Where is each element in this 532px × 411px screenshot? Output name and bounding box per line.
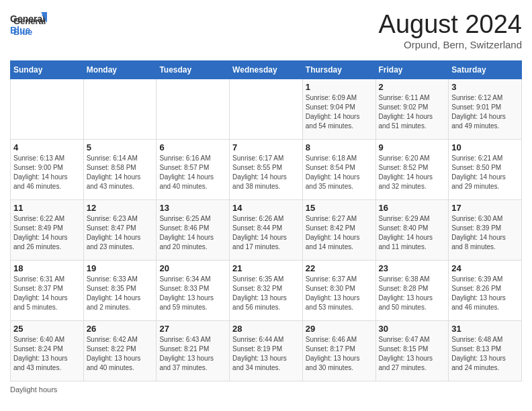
real-header: General Blue August 2024 Orpund, Bern, S… <box>10 10 522 50</box>
day-details: Sunrise: 6:35 AM Sunset: 8:32 PM Dayligh… <box>232 275 300 312</box>
col-header-saturday: Saturday <box>449 61 522 79</box>
day-details: Sunrise: 6:46 AM Sunset: 8:17 PM Dayligh… <box>306 335 373 373</box>
week-3: 18Sunrise: 6:31 AM Sunset: 8:37 PM Dayli… <box>11 261 522 321</box>
cell-w4d5: 30Sunrise: 6:47 AM Sunset: 8:15 PM Dayli… <box>375 321 449 381</box>
real-calendar-body: 1Sunrise: 6:09 AM Sunset: 9:04 PM Daylig… <box>11 79 522 381</box>
day-details: Sunrise: 6:29 AM Sunset: 8:40 PM Dayligh… <box>379 214 446 252</box>
day-num: 19 <box>87 263 154 273</box>
day-details: Sunrise: 6:16 AM Sunset: 8:57 PM Dayligh… <box>159 154 226 191</box>
real-calendar-table: SundayMondayTuesdayWednesdayThursdayFrid… <box>10 60 522 381</box>
cell-w4d6: 31Sunrise: 6:48 AM Sunset: 8:13 PM Dayli… <box>449 321 522 381</box>
day-num: 5 <box>87 142 154 152</box>
day-num: 9 <box>379 142 446 152</box>
day-details: Sunrise: 6:17 AM Sunset: 8:55 PM Dayligh… <box>232 154 300 191</box>
day-num: 7 <box>232 142 300 152</box>
cell-w1d0: 4Sunrise: 6:13 AM Sunset: 9:00 PM Daylig… <box>11 140 84 200</box>
day-details: Sunrise: 6:34 AM Sunset: 8:33 PM Dayligh… <box>159 275 226 312</box>
day-num: 27 <box>159 324 226 334</box>
day-num: 16 <box>379 203 446 213</box>
cell-w2d1: 12Sunrise: 6:23 AM Sunset: 8:47 PM Dayli… <box>83 200 157 261</box>
cell-w0d5: 2Sunrise: 6:11 AM Sunset: 9:02 PM Daylig… <box>375 79 449 140</box>
cell-w1d6: 10Sunrise: 6:21 AM Sunset: 8:50 PM Dayli… <box>449 140 522 200</box>
day-details: Sunrise: 6:26 AM Sunset: 8:44 PM Dayligh… <box>232 214 300 252</box>
cell-w4d0: 25Sunrise: 6:40 AM Sunset: 8:24 PM Dayli… <box>11 321 84 381</box>
svg-text:General: General <box>10 13 45 24</box>
table-wrapper: SundayMondayTuesdayWednesdayThursdayFrid… <box>10 60 522 394</box>
cell-w0d3 <box>230 79 303 140</box>
location-subtitle: Orpund, Bern, Switzerland <box>379 39 522 50</box>
cell-w3d4: 22Sunrise: 6:37 AM Sunset: 8:30 PM Dayli… <box>302 261 375 321</box>
col-header-thursday: Thursday <box>302 61 375 79</box>
cell-w3d2: 20Sunrise: 6:34 AM Sunset: 8:33 PM Dayli… <box>157 261 230 321</box>
day-details: Sunrise: 6:25 AM Sunset: 8:46 PM Dayligh… <box>159 214 226 252</box>
day-details: Sunrise: 6:44 AM Sunset: 8:19 PM Dayligh… <box>232 335 300 373</box>
general-blue-logo: General Blue <box>10 10 47 40</box>
logo-block: General Blue <box>10 10 47 40</box>
day-num: 18 <box>13 263 81 273</box>
day-details: Sunrise: 6:12 AM Sunset: 9:01 PM Dayligh… <box>451 93 519 131</box>
svg-text:Blue: Blue <box>10 25 31 36</box>
cell-w1d5: 9Sunrise: 6:20 AM Sunset: 8:52 PM Daylig… <box>375 140 449 200</box>
cell-w1d4: 8Sunrise: 6:18 AM Sunset: 8:54 PM Daylig… <box>302 140 375 200</box>
cell-w3d6: 24Sunrise: 6:39 AM Sunset: 8:26 PM Dayli… <box>449 261 522 321</box>
cell-w2d3: 14Sunrise: 6:26 AM Sunset: 8:44 PM Dayli… <box>230 200 303 261</box>
day-num: 24 <box>451 263 519 273</box>
cell-w3d5: 23Sunrise: 6:38 AM Sunset: 8:28 PM Dayli… <box>375 261 449 321</box>
day-details: Sunrise: 6:43 AM Sunset: 8:21 PM Dayligh… <box>159 335 226 373</box>
day-num: 30 <box>379 324 446 334</box>
cell-w4d3: 28Sunrise: 6:44 AM Sunset: 8:19 PM Dayli… <box>230 321 303 381</box>
week-4: 25Sunrise: 6:40 AM Sunset: 8:24 PM Dayli… <box>11 321 522 381</box>
real-header-row: SundayMondayTuesdayWednesdayThursdayFrid… <box>11 61 522 79</box>
day-num: 14 <box>232 203 300 213</box>
day-num: 4 <box>13 142 81 152</box>
day-details: Sunrise: 6:13 AM Sunset: 9:00 PM Dayligh… <box>13 154 81 191</box>
day-num: 31 <box>451 324 519 334</box>
cell-w4d4: 29Sunrise: 6:46 AM Sunset: 8:17 PM Dayli… <box>302 321 375 381</box>
cell-w0d0 <box>11 79 84 140</box>
day-details: Sunrise: 6:30 AM Sunset: 8:39 PM Dayligh… <box>451 214 519 252</box>
day-num: 11 <box>13 203 81 213</box>
cell-w0d6: 3Sunrise: 6:12 AM Sunset: 9:01 PM Daylig… <box>449 79 522 140</box>
week-2: 11Sunrise: 6:22 AM Sunset: 8:49 PM Dayli… <box>11 200 522 261</box>
day-details: Sunrise: 6:23 AM Sunset: 8:47 PM Dayligh… <box>87 214 154 252</box>
day-details: Sunrise: 6:14 AM Sunset: 8:58 PM Dayligh… <box>87 154 154 191</box>
cell-w1d3: 7Sunrise: 6:17 AM Sunset: 8:55 PM Daylig… <box>230 140 303 200</box>
day-num: 13 <box>159 203 226 213</box>
cell-w3d3: 21Sunrise: 6:35 AM Sunset: 8:32 PM Dayli… <box>230 261 303 321</box>
month-year-title: August 2024 <box>379 10 522 39</box>
footer-daylight: Daylight hours <box>10 385 522 394</box>
day-num: 20 <box>159 263 226 273</box>
day-details: Sunrise: 6:22 AM Sunset: 8:49 PM Dayligh… <box>13 214 81 252</box>
day-num: 12 <box>87 203 154 213</box>
cell-w1d2: 6Sunrise: 6:16 AM Sunset: 8:57 PM Daylig… <box>157 140 230 200</box>
day-num: 26 <box>87 324 154 334</box>
cell-w2d2: 13Sunrise: 6:25 AM Sunset: 8:46 PM Dayli… <box>157 200 230 261</box>
day-details: Sunrise: 6:33 AM Sunset: 8:35 PM Dayligh… <box>87 275 154 312</box>
day-num: 1 <box>306 82 373 92</box>
day-details: Sunrise: 6:40 AM Sunset: 8:24 PM Dayligh… <box>13 335 81 373</box>
col-header-monday: Monday <box>83 61 157 79</box>
real-header-tr: SundayMondayTuesdayWednesdayThursdayFrid… <box>11 61 522 79</box>
col-header-tuesday: Tuesday <box>157 61 230 79</box>
day-num: 3 <box>451 82 519 92</box>
day-num: 22 <box>306 263 373 273</box>
cell-w0d1 <box>83 79 157 140</box>
day-details: Sunrise: 6:21 AM Sunset: 8:50 PM Dayligh… <box>451 154 519 191</box>
week-0: 1Sunrise: 6:09 AM Sunset: 9:04 PM Daylig… <box>11 79 522 140</box>
cell-w4d2: 27Sunrise: 6:43 AM Sunset: 8:21 PM Dayli… <box>157 321 230 381</box>
col-header-wednesday: Wednesday <box>230 61 303 79</box>
cell-w2d5: 16Sunrise: 6:29 AM Sunset: 8:40 PM Dayli… <box>375 200 449 261</box>
right-title: August 2024 Orpund, Bern, Switzerland <box>379 10 522 50</box>
day-num: 2 <box>379 82 446 92</box>
cell-w2d6: 17Sunrise: 6:30 AM Sunset: 8:39 PM Dayli… <box>449 200 522 261</box>
day-num: 8 <box>306 142 373 152</box>
day-num: 25 <box>13 324 81 334</box>
cell-w0d4: 1Sunrise: 6:09 AM Sunset: 9:04 PM Daylig… <box>302 79 375 140</box>
day-details: Sunrise: 6:20 AM Sunset: 8:52 PM Dayligh… <box>379 154 446 191</box>
cell-w4d1: 26Sunrise: 6:42 AM Sunset: 8:22 PM Dayli… <box>83 321 157 381</box>
day-details: Sunrise: 6:39 AM Sunset: 8:26 PM Dayligh… <box>451 275 519 312</box>
day-details: Sunrise: 6:27 AM Sunset: 8:42 PM Dayligh… <box>306 214 373 252</box>
day-details: Sunrise: 6:31 AM Sunset: 8:37 PM Dayligh… <box>13 275 81 312</box>
cell-w3d1: 19Sunrise: 6:33 AM Sunset: 8:35 PM Dayli… <box>83 261 157 321</box>
day-num: 21 <box>232 263 300 273</box>
